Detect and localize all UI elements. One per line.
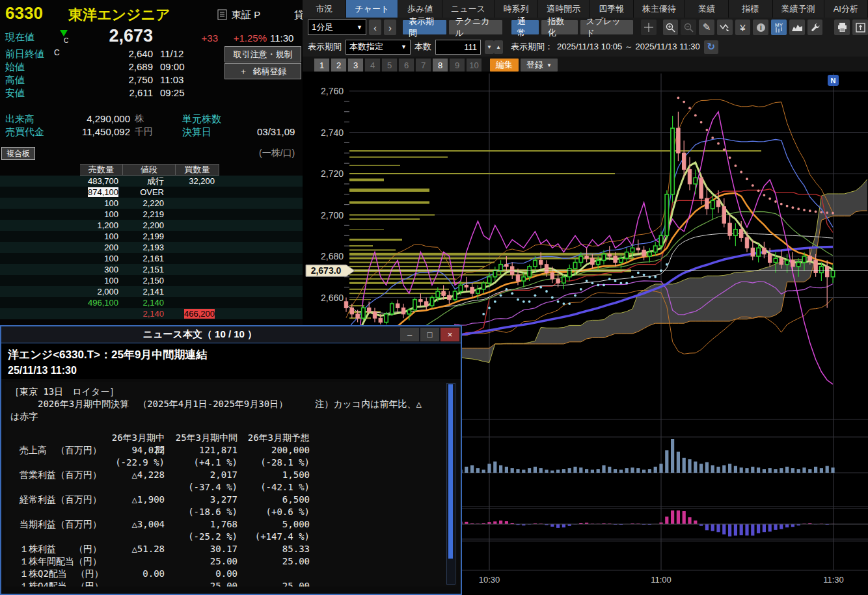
composite-board-button[interactable]: 複合板 [1,147,35,160]
preset-button-2[interactable]: 2 [331,59,346,72]
order-book-row[interactable]: 483,700成行32,200 [0,176,303,187]
prev-close-date: 11/12 [160,48,183,59]
volume-label: 出来高 [5,113,34,126]
order-book-row[interactable]: 874,100OVER [0,187,303,198]
tab-6[interactable]: 適時開示 [538,0,590,18]
news-body[interactable]: ［東京 13日 ロイター］ 2026年3月期中間決算 （2025年4月1日-20… [5,382,457,587]
draw-pencil-button[interactable]: ✎ [699,20,714,35]
order-book-row[interactable]: 2,0002,141 [0,286,303,297]
timeframe-dropdown[interactable]: 1分足▼ [308,20,366,35]
tab-bar: 市況チャート歩み値ニュース時系列適時開示四季報株主優待業績指標業績予測AI分析 [303,0,868,18]
period-label: 表示期間 [308,41,342,53]
yen-scale-button[interactable]: ¥ [735,20,751,35]
print-button[interactable] [834,20,850,35]
indexed-mode-button[interactable]: 指数化 [541,20,577,34]
preset-button-4[interactable]: 4 [365,59,380,72]
register-symbol-label: 銘柄登録 [253,66,287,77]
svg-text:2,680: 2,680 [321,251,344,261]
current-price-value: 2,673 [78,26,153,46]
refresh-icon[interactable]: ↻ [704,40,718,54]
preset-button-8[interactable]: 8 [433,59,448,72]
preset-button-1[interactable]: 1 [314,59,329,72]
order-book: 売数量 値段 買数量 483,700成行32,200874,100OVER100… [0,164,303,319]
register-symbol-button[interactable]: ＋ 銘柄登録 [224,63,301,79]
news-window: ニュース本文（ 10 / 10 ） – □ × 洋エンジ<6330.T>：25年… [0,325,462,595]
current-price-time: 11:30 [270,33,293,44]
preset-button-10[interactable]: 10 [467,59,481,72]
trade-caution-button[interactable]: 取引注意・規制 [224,46,301,62]
preset-button-6[interactable]: 6 [399,59,414,72]
news-table-col-header: 26年3月期中間 [109,432,165,444]
high-value: 2,750 [98,74,153,85]
trading-app-window: 6330 東洋エンジニア 東証 P 貸 現在値 C 2,673 +33 +1.2… [0,0,868,595]
close-icon[interactable]: × [441,328,459,341]
preset-button-5[interactable]: 5 [382,59,397,72]
trendline-tool-button[interactable] [717,20,733,35]
info-button[interactable]: i [753,20,768,35]
order-book-row[interactable]: 2,140466,200 [0,308,303,319]
maximize-button[interactable]: □ [420,328,439,341]
count-label: 本数 [414,41,431,53]
prev-button[interactable]: ‹ [369,20,381,35]
preset-button-9[interactable]: 9 [450,59,465,72]
open-time: 09:00 [160,61,185,72]
news-body-line: ［東京 13日 ロイター］ [5,386,457,398]
order-book-row[interactable]: 1002,150 [0,275,303,286]
news-title-bar[interactable]: ニュース本文（ 10 / 10 ） – □ × [1,326,461,343]
order-book-row[interactable]: 1002,219 [0,209,303,220]
preset-button-3[interactable]: 3 [348,59,363,72]
fiscal-date-value: 03/31,09 [257,126,303,137]
next-button[interactable]: › [384,20,396,35]
tab-4[interactable]: ニュース [442,0,495,18]
tab-3[interactable]: 歩み値 [398,0,442,18]
count-increment-button[interactable]: ▲ [494,40,503,54]
order-book-row[interactable]: 3002,151 [0,264,303,275]
order-book-header: 売数量 値段 買数量 [0,164,303,176]
count-input[interactable]: 111 [435,40,481,55]
tab-9[interactable]: 業績 [685,0,729,18]
tab-2[interactable]: チャート [346,0,398,18]
order-book-row[interactable]: 1002,161 [0,253,303,264]
order-book-row[interactable]: 1002,220 [0,198,303,209]
technical-button[interactable]: テクニカル [449,20,502,34]
count-mode-value: 本数指定 [349,41,383,53]
news-table-col-header: 26年3月期予想 [237,432,310,444]
tab-7[interactable]: 四季報 [590,0,633,18]
edit-button[interactable]: 編集 [490,59,519,72]
normal-mode-button[interactable]: 通常 [511,20,539,34]
tab-5[interactable]: 時系列 [495,0,538,18]
my-chart-button[interactable]: MY [771,20,787,35]
tab-12[interactable]: AI分析 [824,0,868,18]
prev-close-value: 2,640 [98,48,153,59]
tab-11[interactable]: 業績予測 [773,0,824,18]
period-toolbar: 表示期間 本数指定▼ 本数 111 ▼ ▲ 表示期間： 2025/11/13 1… [303,37,868,57]
tab-8[interactable]: 株主優待 [634,0,685,18]
zoom-out-button[interactable] [681,20,696,35]
order-book-row[interactable]: 1,2002,200 [0,220,303,231]
high-label: 高値 [5,74,25,86]
mountain-chart-button[interactable] [789,20,805,35]
svg-text:2,740: 2,740 [321,127,344,138]
export-button[interactable] [852,20,868,35]
count-decrement-button[interactable]: ▼ [485,40,494,54]
count-mode-dropdown[interactable]: 本数指定▼ [346,40,411,55]
zoom-in-button[interactable] [663,20,679,35]
preset-button-7[interactable]: 7 [416,59,431,72]
news-scrollbar[interactable] [446,383,455,585]
order-book-row[interactable]: 1002,199 [0,231,303,242]
crosshair-button[interactable] [641,20,657,35]
range-label: 表示期間： [511,41,553,53]
spread-mode-button[interactable]: スプレッド [580,20,633,34]
order-book-row[interactable]: 2002,193 [0,242,303,253]
news-scrollbar-thumb[interactable] [448,384,453,559]
market-label: 東証 P [232,9,260,21]
tab-1[interactable]: 市況 [303,0,346,18]
settings-wrench-button[interactable] [807,20,823,35]
register-dropdown[interactable]: 登録▼ [521,59,558,72]
order-book-row[interactable]: 496,1002,140 [0,297,303,308]
news-headline-block: 洋エンジ<6330.T>：25年9月中間期連結 25/11/13 11:30 [1,343,461,379]
display-period-button[interactable]: 表示期間 [403,20,446,34]
svg-text:11:30: 11:30 [823,575,844,585]
tab-10[interactable]: 指標 [729,0,772,18]
minimize-button[interactable]: – [400,328,419,341]
